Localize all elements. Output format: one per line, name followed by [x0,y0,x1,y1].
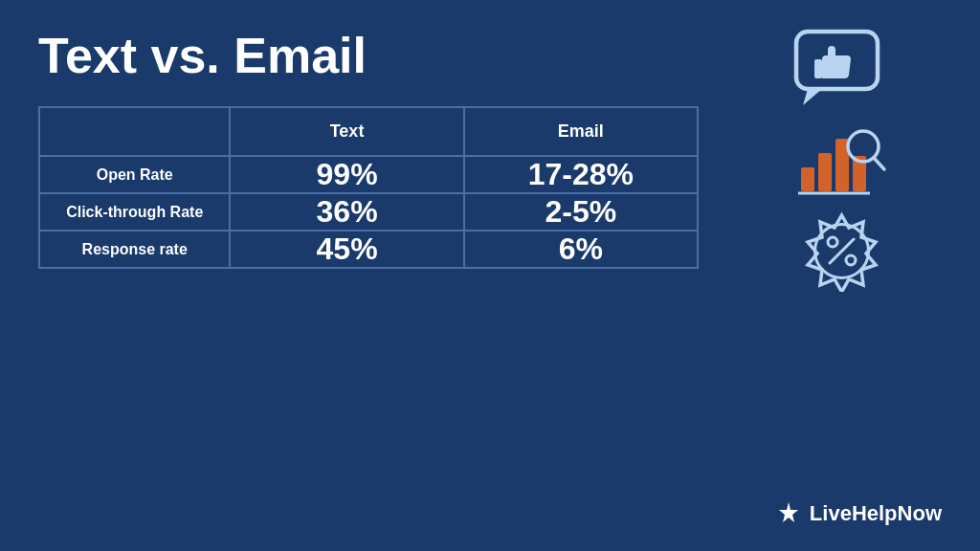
row-email-value-2: 6% [464,231,698,268]
left-section: Text vs. Email Text Email Open Rate99%17… [38,29,731,522]
brand-area: LiveHelpNow [775,500,942,527]
chat-thumbs-up-icon [793,29,889,110]
svg-point-11 [828,237,837,247]
svg-line-13 [830,239,854,263]
svg-marker-1 [803,89,822,105]
svg-line-9 [874,158,884,169]
right-section [731,29,942,522]
page-title: Text vs. Email [38,29,731,83]
row-label-1: Click-through Rate [39,193,230,231]
row-label-0: Open Rate [39,156,230,193]
row-text-value-2: 45% [230,231,463,268]
svg-rect-4 [818,153,832,191]
comparison-table: Text Email Open Rate99%17-28%Click-throu… [38,106,699,269]
row-text-value-1: 36% [230,193,463,231]
row-email-value-1: 2-5% [464,193,698,231]
page-container: Text vs. Email Text Email Open Rate99%17… [0,0,980,551]
row-email-value-0: 17-28% [464,156,698,193]
col-email-header: Email [464,107,698,156]
svg-point-12 [846,255,856,265]
col-empty-header [39,107,230,156]
icons-group [793,29,889,292]
brand-name: LiveHelpNow [810,501,942,526]
row-text-value-0: 99% [230,156,463,193]
table-row: Open Rate99%17-28% [39,156,698,193]
brand-icon [775,500,802,527]
svg-rect-2 [814,59,822,78]
svg-rect-3 [801,167,814,191]
col-text-header: Text [230,107,463,156]
svg-marker-14 [779,502,798,522]
table-row: Response rate45%6% [39,231,698,268]
percent-badge-icon [801,210,882,292]
chart-search-icon [793,120,889,201]
row-label-2: Response rate [39,231,230,268]
table-row: Click-through Rate36%2-5% [39,193,698,231]
